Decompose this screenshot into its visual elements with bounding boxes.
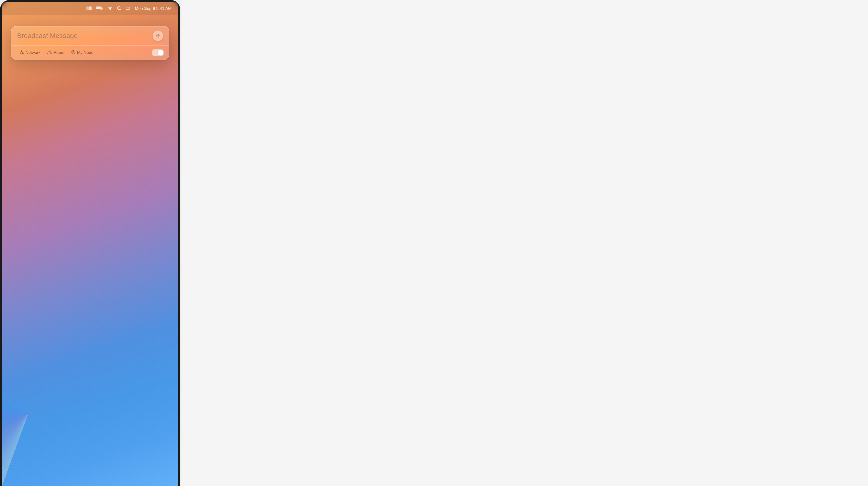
mac-screen: Mon Sep 9 9:41 AM: [2, 2, 178, 486]
tabs-row: Network Peers: [11, 45, 169, 60]
svg-rect-3: [96, 7, 101, 9]
tab-mynode[interactable]: My Node: [68, 48, 97, 57]
mac-device: Mon Sep 9 9:41 AM: [0, 0, 180, 486]
mac-screen-area: Mon Sep 9 9:41 AM: [0, 0, 181, 486]
wifi-icon[interactable]: [107, 6, 113, 11]
svg-rect-8: [157, 34, 159, 36]
microphone-button[interactable]: [153, 31, 163, 41]
svg-line-14: [21, 52, 22, 53]
svg-point-19: [72, 51, 75, 54]
tab-network[interactable]: Network: [16, 48, 44, 57]
broadcast-message-input[interactable]: [17, 32, 153, 40]
tab-peers[interactable]: Peers: [44, 48, 67, 57]
tab-mynode-label: My Node: [77, 50, 93, 55]
svg-rect-1: [89, 6, 92, 10]
toggle-knob: [158, 50, 163, 56]
svg-point-18: [50, 51, 51, 52]
svg-rect-4: [102, 8, 103, 9]
network-icon: [20, 50, 24, 55]
peers-icon: [47, 50, 52, 55]
right-area: [181, 0, 868, 486]
svg-rect-7: [126, 7, 129, 10]
tab-network-label: Network: [26, 50, 40, 55]
menu-bar-right: Mon Sep 9 9:41 AM: [86, 6, 172, 11]
battery-icon[interactable]: [96, 6, 103, 11]
svg-point-20: [72, 52, 74, 53]
svg-rect-0: [86, 6, 89, 10]
cast-icon[interactable]: [126, 6, 130, 11]
svg-point-17: [48, 51, 50, 52]
search-menu-icon[interactable]: [117, 6, 121, 11]
menu-bar-datetime: Mon Sep 9 9:41 AM: [135, 6, 172, 11]
broadcast-toggle[interactable]: [152, 49, 164, 56]
tab-peers-label: Peers: [54, 50, 64, 55]
search-row: [11, 26, 169, 45]
svg-line-6: [120, 9, 121, 10]
spotlight-panel: Network Peers: [11, 26, 169, 60]
menu-bar: Mon Sep 9 9:41 AM: [2, 2, 178, 16]
sidebar-toggle-icon[interactable]: [86, 6, 92, 11]
node-icon: [71, 50, 75, 55]
svg-line-15: [22, 52, 23, 53]
